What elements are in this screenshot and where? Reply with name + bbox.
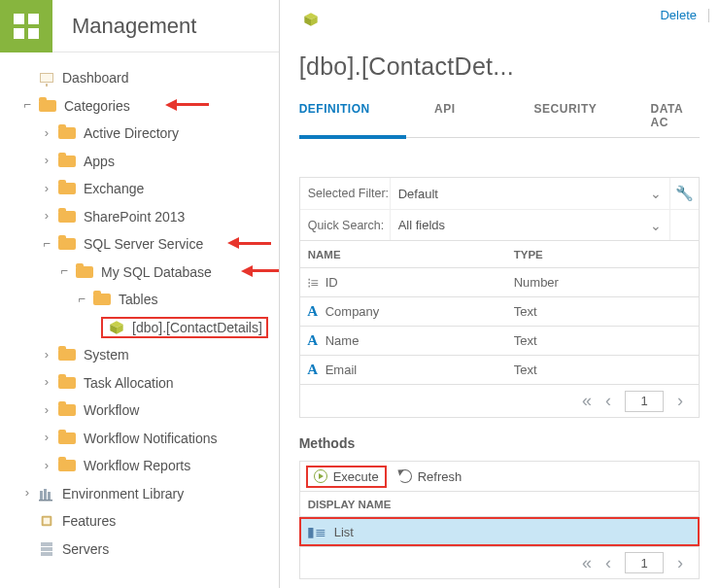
tree-item-exchange[interactable]: › Exchange xyxy=(10,175,279,203)
quick-search-select[interactable]: All fields ⌄ xyxy=(390,210,669,240)
filter-box: Selected Filter: Default ⌄ 🔧 Quick Searc… xyxy=(299,177,700,241)
grid-row[interactable]: ⁝≡ ID Number xyxy=(299,268,700,297)
object-title: [dbo].[ContactDet... xyxy=(299,52,514,81)
col-display-name[interactable]: DISPLAY NAME xyxy=(308,499,392,510)
refresh-button[interactable]: Refresh xyxy=(393,467,468,486)
tab-data-access[interactable]: DATA AC xyxy=(651,94,701,137)
tab-definition[interactable]: DEFINITION xyxy=(299,94,370,137)
methods-toolbar: Execute Refresh xyxy=(299,461,700,492)
expand-icon[interactable]: › xyxy=(39,208,54,223)
tree-item-my-sql-database[interactable]: ⌐ My SQL Database xyxy=(10,259,279,287)
folder-icon xyxy=(58,155,76,168)
pager-first-button[interactable]: « xyxy=(582,391,592,411)
methods-pager: « ‹ › xyxy=(299,546,700,579)
col-name[interactable]: NAME xyxy=(300,249,514,260)
chevron-down-icon: ⌄ xyxy=(650,218,662,233)
expand-icon[interactable]: › xyxy=(39,402,54,417)
pager-page-input[interactable] xyxy=(625,391,664,412)
collapse-icon[interactable]: ⌐ xyxy=(39,236,54,251)
collapse-icon[interactable]: ⌐ xyxy=(74,292,89,306)
expand-icon[interactable]: › xyxy=(39,153,54,167)
cell-name: Email xyxy=(325,363,514,377)
tree-item-sharepoint[interactable]: › SharePoint 2013 xyxy=(10,203,279,231)
tree-item-active-directory[interactable]: › Active Directory xyxy=(10,120,279,148)
pager-next-button[interactable]: › xyxy=(677,391,683,411)
selected-filter-select[interactable]: Default ⌄ xyxy=(390,178,669,209)
pager-first-button[interactable]: « xyxy=(582,553,592,573)
tab-security[interactable]: SECURITY xyxy=(534,94,598,137)
tab-api[interactable]: API xyxy=(434,94,456,137)
expand-icon[interactable]: › xyxy=(39,374,54,389)
number-type-icon: ⁝≡ xyxy=(300,275,325,291)
folder-icon xyxy=(58,182,76,195)
delete-link[interactable]: Delete xyxy=(660,8,697,22)
tree-item-apps[interactable]: › Apps xyxy=(10,148,279,176)
svg-rect-8 xyxy=(44,518,51,525)
svg-rect-3 xyxy=(40,491,43,500)
folder-icon xyxy=(58,126,76,140)
methods-label: Methods xyxy=(299,435,700,451)
annotation-arrow xyxy=(165,98,209,114)
execute-button[interactable]: Execute xyxy=(306,466,387,488)
tree-item-workflow-notifications[interactable]: › Workflow Notifications xyxy=(10,425,279,453)
pager-page-input[interactable] xyxy=(625,552,664,573)
quick-search-value: All fields xyxy=(398,218,445,232)
svg-rect-6 xyxy=(39,500,52,502)
tree-item-dashboard[interactable]: Dashboard xyxy=(10,64,279,92)
svg-rect-10 xyxy=(41,547,52,551)
properties-pager: « ‹ › xyxy=(299,385,700,418)
smartobject-icon xyxy=(303,12,319,27)
tree-item-task-allocation[interactable]: › Task Allocation xyxy=(10,369,279,398)
play-icon xyxy=(314,469,327,483)
text-type-icon: A xyxy=(300,362,325,378)
folder-icon xyxy=(58,376,76,390)
tree-item-servers[interactable]: Servers xyxy=(10,536,279,564)
content: Selected Filter: Default ⌄ 🔧 Quick Searc… xyxy=(280,138,719,588)
expand-icon[interactable]: › xyxy=(39,347,54,362)
collapse-icon[interactable]: ⌐ xyxy=(56,263,72,278)
expand-icon[interactable]: › xyxy=(39,430,54,444)
folder-icon xyxy=(58,432,76,445)
tree-item-features[interactable]: Features xyxy=(10,507,279,536)
grid-row[interactable]: A Email Text xyxy=(299,356,700,385)
col-type[interactable]: TYPE xyxy=(514,249,699,260)
refresh-label: Refresh xyxy=(418,469,462,484)
grid-row[interactable]: A Company Text xyxy=(299,297,700,327)
tree-label: Workflow Reports xyxy=(84,458,190,473)
pager-prev-button[interactable]: ‹ xyxy=(605,553,611,573)
expand-icon[interactable]: › xyxy=(39,458,54,472)
tree-label: Workflow xyxy=(84,402,139,418)
expand-icon[interactable]: › xyxy=(39,181,54,195)
tree-item-sql-server-service[interactable]: ⌐ SQL Server Service xyxy=(10,230,279,259)
tree-item-tables[interactable]: ⌐ Tables xyxy=(10,286,279,314)
pager-prev-button[interactable]: ‹ xyxy=(605,391,611,411)
tree-item-workflow-reports[interactable]: › Workflow Reports xyxy=(10,452,279,480)
tree-label: Exchange xyxy=(84,181,144,196)
annotation-arrow xyxy=(227,236,271,252)
folder-icon xyxy=(58,348,76,362)
annotation-highlight: [dbo].[ContactDetails] xyxy=(101,317,268,338)
grid-row[interactable]: A Name Text xyxy=(299,327,700,356)
svg-rect-4 xyxy=(44,489,47,500)
expand-icon[interactable]: › xyxy=(19,485,35,500)
tree-label: Categories xyxy=(64,98,130,114)
tree-item-workflow[interactable]: › Workflow xyxy=(10,397,279,425)
tree-item-environment-library[interactable]: › Environment Library xyxy=(10,480,279,508)
tabs: DEFINITION API SECURITY DATA AC xyxy=(299,81,700,138)
tree-label: My SQL Database xyxy=(101,264,212,280)
filter-settings-button[interactable]: 🔧 xyxy=(669,178,699,209)
expand-icon[interactable]: › xyxy=(39,125,54,140)
app-logo[interactable] xyxy=(0,0,52,52)
svg-rect-9 xyxy=(41,542,52,546)
tree-item-categories[interactable]: ⌐ Categories xyxy=(10,92,279,121)
tree-item-system[interactable]: › System xyxy=(10,341,279,369)
quick-search-input-cell[interactable] xyxy=(669,210,699,240)
cell-name: Name xyxy=(325,333,514,348)
method-row-list[interactable]: ▮≣ List xyxy=(299,517,700,546)
collapse-icon[interactable]: ⌐ xyxy=(19,97,35,112)
tree-item-contact-details[interactable]: [dbo].[ContactDetails] xyxy=(10,314,279,342)
pager-next-button[interactable]: › xyxy=(677,553,683,573)
tree-label: Servers xyxy=(62,541,109,557)
folder-icon xyxy=(39,99,56,113)
tree-label: Dashboard xyxy=(62,70,129,86)
